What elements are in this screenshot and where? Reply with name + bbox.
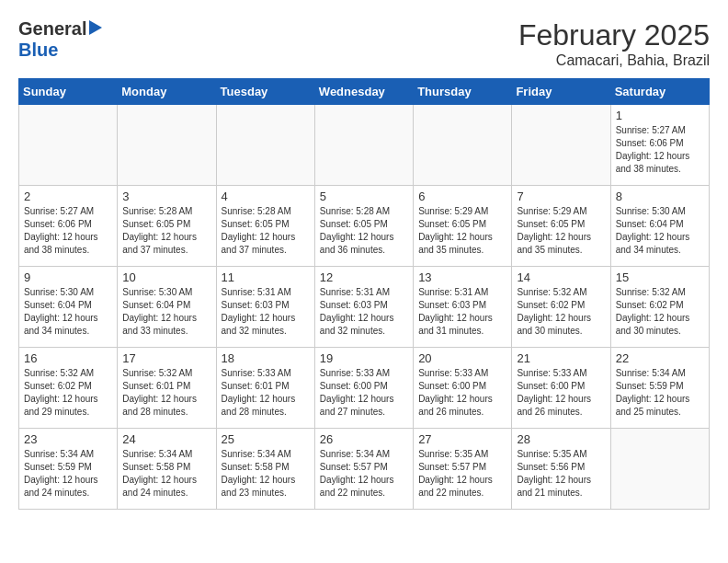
day-number: 6 bbox=[418, 190, 506, 203]
calendar-week-1: 1Sunrise: 5:27 AMSunset: 6:06 PMDaylight… bbox=[19, 105, 710, 186]
calendar-week-3: 9Sunrise: 5:30 AMSunset: 6:04 PMDaylight… bbox=[19, 267, 710, 348]
calendar-cell: 21Sunrise: 5:33 AMSunset: 6:00 PMDayligh… bbox=[512, 348, 610, 429]
day-info: Sunrise: 5:31 AMSunset: 6:03 PMDaylight:… bbox=[320, 286, 408, 338]
day-number: 18 bbox=[222, 351, 310, 365]
day-number: 26 bbox=[320, 432, 408, 446]
day-info: Sunrise: 5:28 AMSunset: 6:05 PMDaylight:… bbox=[122, 205, 210, 257]
day-number: 22 bbox=[616, 351, 704, 365]
col-friday: Friday bbox=[512, 79, 610, 105]
header-row: Sunday Monday Tuesday Wednesday Thursday… bbox=[19, 79, 710, 105]
calendar-cell bbox=[19, 105, 118, 186]
day-number: 3 bbox=[122, 190, 210, 203]
calendar-cell: 20Sunrise: 5:33 AMSunset: 6:00 PMDayligh… bbox=[414, 348, 512, 429]
day-number: 4 bbox=[222, 190, 310, 203]
day-number: 8 bbox=[616, 190, 704, 203]
calendar-cell: 7Sunrise: 5:29 AMSunset: 6:05 PMDaylight… bbox=[512, 186, 610, 267]
calendar-cell: 2Sunrise: 5:27 AMSunset: 6:06 PMDaylight… bbox=[19, 186, 118, 267]
calendar-week-5: 23Sunrise: 5:34 AMSunset: 5:59 PMDayligh… bbox=[19, 429, 710, 510]
day-info: Sunrise: 5:30 AMSunset: 6:04 PMDaylight:… bbox=[24, 286, 112, 338]
day-info: Sunrise: 5:30 AMSunset: 6:04 PMDaylight:… bbox=[616, 205, 704, 257]
calendar-cell: 4Sunrise: 5:28 AMSunset: 6:05 PMDaylight… bbox=[216, 186, 314, 267]
day-number: 5 bbox=[320, 190, 408, 203]
day-number: 14 bbox=[517, 270, 605, 284]
day-info: Sunrise: 5:33 AMSunset: 6:01 PMDaylight:… bbox=[222, 367, 310, 419]
calendar-cell: 26Sunrise: 5:34 AMSunset: 5:57 PMDayligh… bbox=[314, 429, 413, 510]
day-number: 2 bbox=[24, 190, 112, 203]
day-info: Sunrise: 5:28 AMSunset: 6:05 PMDaylight:… bbox=[320, 205, 408, 257]
page-header: General Blue February 2025 Camacari, Bah… bbox=[18, 18, 710, 69]
calendar-cell: 28Sunrise: 5:35 AMSunset: 5:56 PMDayligh… bbox=[512, 429, 610, 510]
calendar-cell: 25Sunrise: 5:34 AMSunset: 5:58 PMDayligh… bbox=[216, 429, 314, 510]
title-block: February 2025 Camacari, Bahia, Brazil bbox=[518, 18, 710, 69]
day-number: 24 bbox=[122, 432, 210, 446]
col-monday: Monday bbox=[118, 79, 216, 105]
col-saturday: Saturday bbox=[610, 79, 709, 105]
logo: General Blue bbox=[18, 18, 102, 61]
calendar-cell bbox=[610, 429, 709, 510]
calendar-cell: 11Sunrise: 5:31 AMSunset: 6:03 PMDayligh… bbox=[216, 267, 314, 348]
day-info: Sunrise: 5:34 AMSunset: 5:58 PMDaylight:… bbox=[222, 448, 310, 500]
calendar-title: February 2025 bbox=[518, 18, 710, 52]
calendar-cell: 24Sunrise: 5:34 AMSunset: 5:58 PMDayligh… bbox=[118, 429, 216, 510]
calendar-cell: 9Sunrise: 5:30 AMSunset: 6:04 PMDaylight… bbox=[19, 267, 118, 348]
calendar-subtitle: Camacari, Bahia, Brazil bbox=[518, 52, 710, 69]
day-number: 9 bbox=[24, 270, 112, 284]
day-number: 17 bbox=[122, 351, 210, 365]
calendar-week-4: 16Sunrise: 5:32 AMSunset: 6:02 PMDayligh… bbox=[19, 348, 710, 429]
calendar-cell: 16Sunrise: 5:32 AMSunset: 6:02 PMDayligh… bbox=[19, 348, 118, 429]
day-number: 27 bbox=[418, 432, 506, 446]
day-info: Sunrise: 5:32 AMSunset: 6:02 PMDaylight:… bbox=[616, 286, 704, 338]
day-info: Sunrise: 5:35 AMSunset: 5:56 PMDaylight:… bbox=[517, 448, 605, 500]
day-number: 16 bbox=[24, 351, 112, 365]
calendar-cell: 22Sunrise: 5:34 AMSunset: 5:59 PMDayligh… bbox=[610, 348, 709, 429]
calendar-week-2: 2Sunrise: 5:27 AMSunset: 6:06 PMDaylight… bbox=[19, 186, 710, 267]
day-info: Sunrise: 5:33 AMSunset: 6:00 PMDaylight:… bbox=[517, 367, 605, 419]
day-info: Sunrise: 5:34 AMSunset: 5:59 PMDaylight:… bbox=[24, 448, 112, 500]
calendar-cell bbox=[216, 105, 314, 186]
col-thursday: Thursday bbox=[414, 79, 512, 105]
day-info: Sunrise: 5:32 AMSunset: 6:02 PMDaylight:… bbox=[24, 367, 112, 419]
day-info: Sunrise: 5:34 AMSunset: 5:57 PMDaylight:… bbox=[320, 448, 408, 500]
day-info: Sunrise: 5:32 AMSunset: 6:02 PMDaylight:… bbox=[517, 286, 605, 338]
calendar-cell: 13Sunrise: 5:31 AMSunset: 6:03 PMDayligh… bbox=[414, 267, 512, 348]
calendar-cell: 19Sunrise: 5:33 AMSunset: 6:00 PMDayligh… bbox=[314, 348, 413, 429]
calendar-cell: 17Sunrise: 5:32 AMSunset: 6:01 PMDayligh… bbox=[118, 348, 216, 429]
calendar-cell: 8Sunrise: 5:30 AMSunset: 6:04 PMDaylight… bbox=[610, 186, 709, 267]
calendar-table: Sunday Monday Tuesday Wednesday Thursday… bbox=[18, 78, 710, 510]
calendar-header: Sunday Monday Tuesday Wednesday Thursday… bbox=[19, 79, 710, 105]
day-info: Sunrise: 5:30 AMSunset: 6:04 PMDaylight:… bbox=[122, 286, 210, 338]
calendar-cell: 27Sunrise: 5:35 AMSunset: 5:57 PMDayligh… bbox=[414, 429, 512, 510]
calendar-cell: 10Sunrise: 5:30 AMSunset: 6:04 PMDayligh… bbox=[118, 267, 216, 348]
calendar-cell: 18Sunrise: 5:33 AMSunset: 6:01 PMDayligh… bbox=[216, 348, 314, 429]
calendar-cell: 15Sunrise: 5:32 AMSunset: 6:02 PMDayligh… bbox=[610, 267, 709, 348]
calendar-cell: 14Sunrise: 5:32 AMSunset: 6:02 PMDayligh… bbox=[512, 267, 610, 348]
day-info: Sunrise: 5:29 AMSunset: 6:05 PMDaylight:… bbox=[517, 205, 605, 257]
day-info: Sunrise: 5:35 AMSunset: 5:57 PMDaylight:… bbox=[418, 448, 506, 500]
logo-general-text: General bbox=[18, 18, 86, 39]
calendar-cell: 12Sunrise: 5:31 AMSunset: 6:03 PMDayligh… bbox=[314, 267, 413, 348]
calendar-cell bbox=[314, 105, 413, 186]
day-number: 7 bbox=[517, 190, 605, 203]
calendar-cell: 3Sunrise: 5:28 AMSunset: 6:05 PMDaylight… bbox=[118, 186, 216, 267]
col-tuesday: Tuesday bbox=[216, 79, 314, 105]
day-info: Sunrise: 5:29 AMSunset: 6:05 PMDaylight:… bbox=[418, 205, 506, 257]
day-number: 12 bbox=[320, 270, 408, 284]
calendar-cell: 23Sunrise: 5:34 AMSunset: 5:59 PMDayligh… bbox=[19, 429, 118, 510]
day-number: 20 bbox=[418, 351, 506, 365]
calendar-cell bbox=[512, 105, 610, 186]
day-info: Sunrise: 5:28 AMSunset: 6:05 PMDaylight:… bbox=[222, 205, 310, 257]
day-info: Sunrise: 5:31 AMSunset: 6:03 PMDaylight:… bbox=[222, 286, 310, 338]
day-info: Sunrise: 5:27 AMSunset: 6:06 PMDaylight:… bbox=[24, 205, 112, 257]
day-info: Sunrise: 5:33 AMSunset: 6:00 PMDaylight:… bbox=[418, 367, 506, 419]
day-number: 28 bbox=[517, 432, 605, 446]
col-sunday: Sunday bbox=[19, 79, 118, 105]
logo-arrow-icon bbox=[89, 20, 102, 35]
calendar-cell: 5Sunrise: 5:28 AMSunset: 6:05 PMDaylight… bbox=[314, 186, 413, 267]
calendar-cell: 1Sunrise: 5:27 AMSunset: 6:06 PMDaylight… bbox=[610, 105, 709, 186]
day-number: 15 bbox=[616, 270, 704, 284]
calendar-body: 1Sunrise: 5:27 AMSunset: 6:06 PMDaylight… bbox=[19, 105, 710, 510]
day-info: Sunrise: 5:32 AMSunset: 6:01 PMDaylight:… bbox=[122, 367, 210, 419]
logo-blue-text: Blue bbox=[18, 40, 58, 60]
day-number: 19 bbox=[320, 351, 408, 365]
calendar-cell bbox=[414, 105, 512, 186]
